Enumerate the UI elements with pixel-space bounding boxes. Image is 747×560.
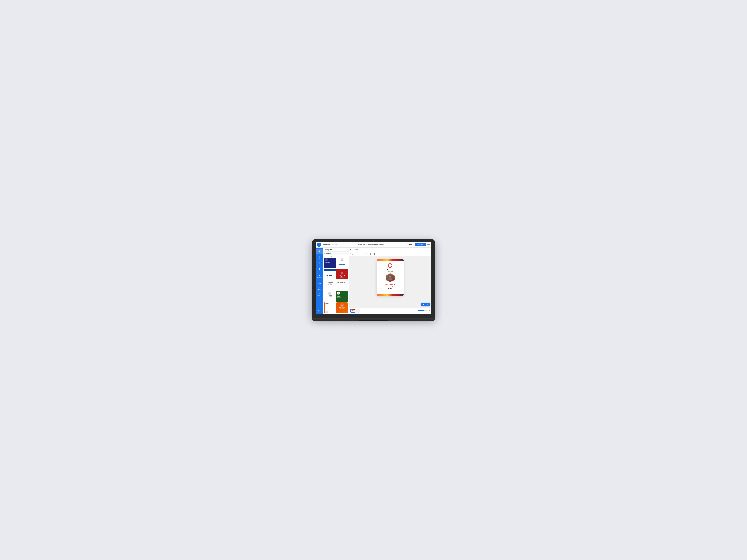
share-button[interactable]: Share: [406, 243, 414, 246]
card-bottom-stripe: [377, 294, 404, 296]
sidebar-item-templates[interactable]: ⊞ Templates: [316, 249, 323, 255]
templates-grid: JOANA SMITH Financial Manager Branch: [323, 257, 349, 314]
page-thumb-body: [351, 310, 355, 312]
card-logo-inner: [389, 264, 392, 267]
card-id-number: 346 267: [379, 288, 402, 289]
chevron-down-icon[interactable]: ▼: [361, 253, 362, 255]
text-icon: T: [319, 268, 320, 270]
top-bar: T Dashboard ↩ ↪ Professional Freelance P…: [315, 242, 432, 247]
laptop-base: [312, 318, 435, 321]
canvas-scroll[interactable]: Freelance Photographer: [349, 256, 432, 308]
templates-count: 0 Templates |: [323, 255, 349, 257]
template-card-7[interactable]: THOMAS ET MEDICAL STAFF CARD TITLE: [324, 291, 336, 302]
zoom-slider-track: [418, 311, 427, 311]
sidebar-label-tables: Tables: [318, 283, 321, 284]
card-title: Freelance: [379, 269, 402, 270]
canvas-area: ▶ Animate Page 1 - Front ▼ ⤢ ⧉ 🗑: [349, 247, 432, 314]
card-top-stripe: [377, 259, 404, 261]
card-name: George H. Barker: [379, 284, 402, 285]
card-subtitle: Photographer: [379, 271, 402, 272]
zoom-slider-fill: [418, 311, 424, 311]
id-cards-label: ID Cards: [325, 252, 331, 254]
template-card-10[interactable]: Jose L. Marsden Job Title Here: [336, 302, 348, 313]
zoom-bar: Fit: [418, 310, 430, 312]
card-photo-inner: [386, 274, 394, 282]
copy-icon[interactable]: ⧉: [369, 252, 372, 256]
card-role: Freelance Photographer: [379, 286, 402, 287]
expo-title: COOK & TASTEEXPO: [338, 275, 345, 277]
more-options-icon[interactable]: •••: [427, 243, 430, 246]
chat-icon: 💬: [423, 303, 424, 305]
person-body: [388, 278, 392, 280]
template-card-3[interactable]: VISITOR VISITOR Name here ID: 00-000: [324, 269, 336, 279]
sidebar-label-more: More: [318, 310, 320, 312]
template-card-6[interactable]: Welcome Gregg G. Osborne Job Title Tel: …: [336, 280, 348, 291]
animate-icon: ▶: [351, 249, 352, 250]
animate-label[interactable]: Animate: [353, 249, 358, 250]
template-card-1[interactable]: JOANA SMITH Financial Manager Branch: [324, 258, 336, 268]
person-head: [389, 275, 391, 277]
sidebar-item-logo[interactable]: ◎ Logo: [316, 285, 323, 291]
sidebar-label-fill: Fill: [319, 258, 320, 260]
portrait-figure: [388, 275, 392, 280]
page-indicator: Page 1 - Front: [351, 253, 360, 255]
uploads-icon: ↑: [319, 292, 320, 294]
laptop-bezel: T Dashboard ↩ ↪ Professional Freelance P…: [312, 239, 435, 318]
sidebar-label-uploads: Uploads: [317, 295, 321, 296]
more-icon: •••: [318, 308, 320, 310]
sidebar-item-more[interactable]: ••• More: [316, 307, 323, 313]
template-card-2[interactable]: Doctor Name Medical Staff Branch: [336, 258, 348, 268]
card-logo-area: [379, 263, 402, 268]
chat-button[interactable]: 💬 Chat: [421, 303, 430, 306]
sidebar-label-logo: Logo: [318, 289, 320, 290]
trash-icon[interactable]: 🗑: [374, 252, 376, 256]
sidebar-item-graphics[interactable]: ✦ Graphics: [316, 261, 323, 267]
page-thumb-dot: [352, 310, 353, 311]
download-button[interactable]: Download: [415, 243, 426, 246]
expand-down-icon: ▾: [390, 297, 390, 298]
sidebar-item-uploads[interactable]: ↑ Uploads: [316, 291, 323, 297]
main-content: ⊞ Templates ✏ Fill ✦ Graphics T: [315, 247, 432, 314]
app-container: T Dashboard ↩ ↪ Professional Freelance P…: [315, 242, 432, 314]
card-photo-hex: [386, 273, 394, 282]
sidebar-label-text: Text: [318, 271, 320, 272]
panel-collapse-button[interactable]: ‹: [347, 278, 349, 283]
graphics-icon: ✦: [318, 262, 320, 264]
topbar-right: Share Download •••: [406, 243, 430, 246]
template-card-9[interactable]: Name Here Position: [324, 302, 336, 313]
template-card-5[interactable]: ELSA H. MOON Designer ID 00 00 00 00: [324, 280, 336, 291]
expand-handle[interactable]: ▾: [390, 297, 390, 298]
animate-bar: ▶ Animate: [349, 247, 432, 252]
redo-icon[interactable]: ↪: [335, 243, 338, 246]
sidebar-item-fill[interactable]: ✏ Fill: [316, 255, 323, 261]
template-card-8[interactable]: Dr. Jose KyleAndersen CARDIOLOGY: [336, 291, 348, 302]
zoom-label: Fit: [428, 310, 430, 312]
sidebar-item-text[interactable]: T Text: [316, 267, 323, 273]
fill-icon: ✏: [318, 256, 320, 258]
app-logo[interactable]: T: [317, 243, 321, 246]
id-cards-bar: ID Cards ✕: [323, 251, 349, 255]
templates-icon: ⊞: [318, 250, 320, 252]
add-page-button[interactable]: +: [356, 309, 360, 313]
close-panel-button[interactable]: ✕: [346, 252, 347, 254]
topbar-center: Professional Freelance Photographer ID C…: [339, 244, 405, 246]
canvas-bottom: + Fit: [349, 308, 432, 314]
sidebar-item-background[interactable]: ▣ Background: [316, 273, 323, 279]
sidebar-label-templates: Templates: [317, 252, 322, 254]
logo-icon: ◎: [318, 286, 320, 288]
page-thumb-bottom-stripe: [351, 312, 355, 312]
laptop-screen: T Dashboard ↩ ↪ Professional Freelance P…: [315, 242, 432, 314]
sidebar-item-tables[interactable]: ⊡ Tables: [316, 279, 323, 285]
page-thumbnail-1[interactable]: [351, 309, 355, 313]
left-sidebar: ⊞ Templates ✏ Fill ✦ Graphics T: [315, 247, 323, 314]
camera-notch: [373, 240, 374, 242]
undo-icon[interactable]: ↩: [331, 243, 334, 246]
template-card-4[interactable]: COOK & TASTEEXPO Staff Badge: [336, 269, 348, 279]
background-icon: ▣: [318, 274, 320, 276]
panel-title: Templates: [323, 247, 349, 251]
laptop-wrapper: T Dashboard ↩ ↪ Professional Freelance P…: [312, 239, 435, 321]
card-logo-hex: [388, 263, 392, 268]
id-card-canvas: Freelance Photographer: [377, 259, 404, 296]
card-expires: Expires: 06/15/2021: [379, 290, 402, 291]
expand-icon[interactable]: ⤢: [365, 252, 368, 256]
